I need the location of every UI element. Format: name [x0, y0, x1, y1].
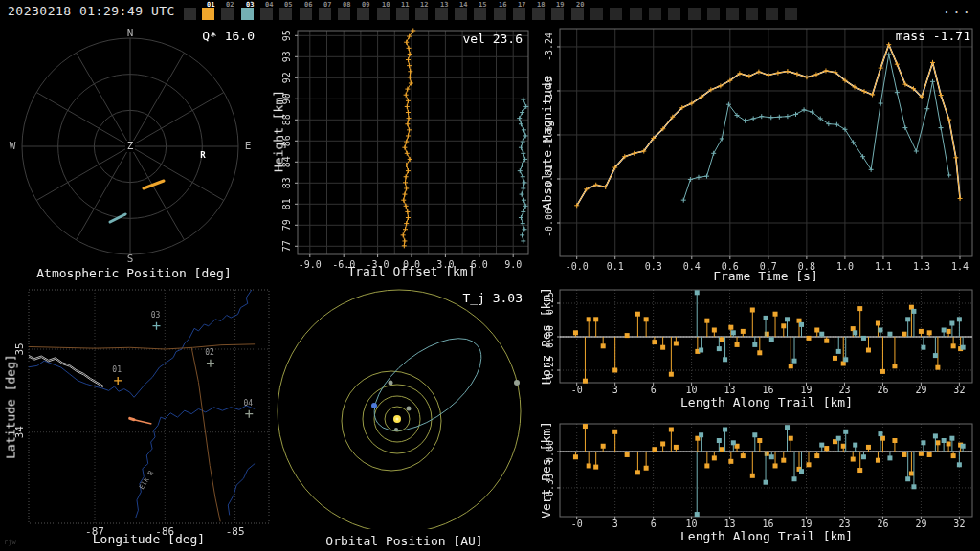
tab-blank[interactable]	[785, 8, 797, 20]
tab-number: 11	[401, 1, 409, 9]
map-x-axis-title: Longitude [deg]	[29, 532, 269, 546]
watermark: rjw	[4, 539, 16, 546]
tab-blank[interactable]	[630, 8, 642, 20]
tab-blank[interactable]	[610, 8, 622, 20]
tab-number: 06	[304, 1, 312, 9]
tab-01[interactable]: 01	[202, 8, 214, 20]
tab-blank[interactable]	[766, 8, 778, 20]
tab-blank[interactable]	[688, 8, 701, 20]
tab-number: 14	[459, 1, 467, 9]
tab-number: 09	[362, 1, 369, 9]
tab-blank[interactable]	[590, 8, 603, 20]
tab-17[interactable]: 17	[513, 8, 525, 20]
tab-16[interactable]: 16	[494, 8, 506, 20]
tab-09[interactable]: 09	[357, 8, 369, 20]
top-bar: 20230218 01:29:49 UTC 010203040506070809…	[0, 0, 980, 23]
tab-10[interactable]: 10	[377, 8, 390, 20]
horz-res-y-axis-title: Horz Res [km]	[539, 287, 553, 385]
q-value-annotation: Q* 16.0	[134, 29, 255, 43]
vert-res-y-axis-title: Vert Res [km]	[539, 421, 553, 518]
tab-number: 19	[556, 1, 564, 9]
timestamp: 20230218 01:29:49 UTC	[8, 4, 175, 18]
map-y-axis-title: Latitude [deg]	[4, 354, 18, 459]
tab-20[interactable]: 20	[571, 8, 584, 20]
tab-05[interactable]: 05	[279, 8, 292, 20]
tab-blank[interactable]	[707, 8, 720, 20]
tab-08[interactable]: 08	[338, 8, 350, 20]
trail-x-axis-title: Trail Offset [km]	[297, 264, 526, 278]
tab-number: 12	[420, 1, 428, 9]
tab-number: 04	[265, 1, 273, 9]
trail-offset-plot	[268, 23, 536, 287]
tab-03[interactable]: 03	[241, 8, 254, 20]
tab-15[interactable]: 15	[474, 8, 486, 20]
tab-number: 02	[226, 1, 234, 9]
tab-number: 08	[343, 1, 350, 9]
tab-blank[interactable]	[649, 8, 661, 20]
tab-number: 20	[576, 1, 584, 9]
magnitude-y-axis-title: Absolute Magnitude	[540, 76, 554, 210]
tab-02[interactable]: 02	[221, 8, 234, 20]
tab-06[interactable]: 06	[300, 8, 312, 20]
residuals-plot	[536, 287, 980, 551]
tab-18[interactable]: 18	[532, 8, 545, 20]
tab-number: 01	[207, 1, 214, 9]
tab-number: 17	[518, 1, 525, 9]
mass-annotation: mass -1.71	[823, 29, 970, 43]
polar-plot-title: Atmospheric Position [deg]	[0, 266, 268, 280]
ground-map-plot	[0, 287, 273, 551]
tab-number: 15	[479, 1, 486, 9]
tab-number: 13	[440, 1, 448, 9]
tab-04[interactable]: 04	[260, 8, 273, 20]
vert-res-x-axis-title: Length Along Trail [km]	[560, 529, 973, 543]
tab-blank[interactable]	[184, 8, 196, 20]
tab-12[interactable]: 12	[415, 8, 428, 20]
atmospheric-position-plot	[0, 23, 268, 287]
tab-blank[interactable]	[668, 8, 680, 20]
velocity-annotation: vel 23.6	[383, 32, 523, 46]
tab-number: 07	[323, 1, 331, 9]
tab-number: 05	[284, 1, 292, 9]
tisserand-annotation: T_j 3.03	[383, 291, 523, 305]
tab-number: 18	[537, 1, 545, 9]
tab-14[interactable]: 14	[455, 8, 467, 20]
horz-res-x-axis-title: Length Along Trail [km]	[560, 395, 973, 409]
tab-19[interactable]: 19	[551, 8, 564, 20]
meteor-analysis-app: 20230218 01:29:49 UTC 010203040506070809…	[0, 0, 980, 551]
tab-11[interactable]: 11	[396, 8, 409, 20]
trail-y-axis-title: Height [km]	[272, 90, 286, 172]
overflow-menu[interactable]: ...	[943, 1, 972, 16]
tab-number: 16	[499, 1, 506, 9]
tab-blank[interactable]	[726, 8, 739, 20]
tab-number: 10	[382, 1, 390, 9]
magnitude-plot	[536, 23, 980, 287]
magnitude-x-axis-title: Frame Time [s]	[651, 269, 880, 283]
tab-13[interactable]: 13	[435, 8, 448, 20]
tab-07[interactable]: 07	[319, 8, 331, 20]
orbit-plot-title: Orbital Position [AU]	[273, 534, 536, 548]
orbit-plot	[273, 287, 536, 551]
tab-number: 03	[246, 1, 254, 9]
tab-blank[interactable]	[746, 8, 758, 20]
